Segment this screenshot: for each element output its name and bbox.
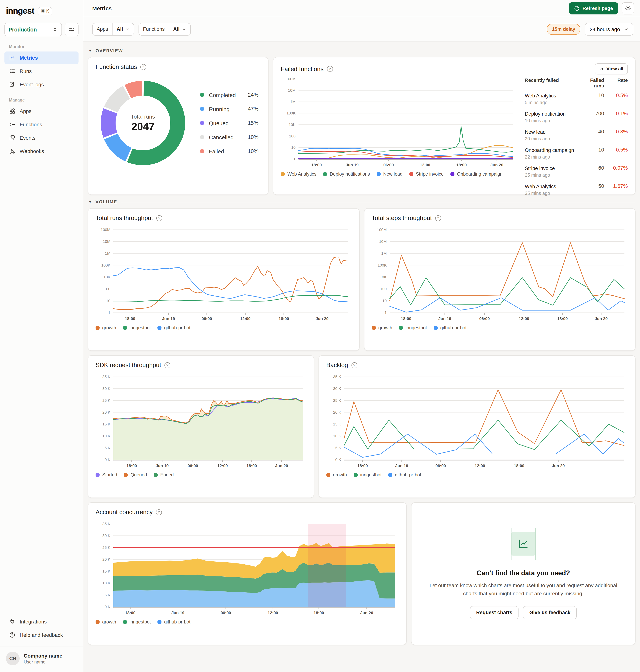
sidebar-item-label: Functions: [20, 121, 42, 127]
help-icon[interactable]: ?: [156, 215, 162, 221]
svg-text:18:00: 18:00: [127, 463, 137, 468]
help-icon[interactable]: ?: [140, 64, 146, 70]
svg-text:10: 10: [291, 145, 295, 149]
svg-text:18:00: 18:00: [557, 316, 567, 321]
feedback-card: Can’t find the data you need? Let our te…: [411, 502, 636, 645]
svg-text:1M: 1M: [290, 99, 295, 104]
function-status-donut: [100, 80, 186, 166]
time-range-value: 24 hours ago: [590, 26, 620, 32]
account-concurrency-chart: 0 K5 K10 K15 K20 K25 K30 K35 K18:00Jun 1…: [96, 521, 399, 616]
svg-text:18:00: 18:00: [456, 163, 467, 167]
chart-line-icon: [518, 539, 529, 549]
legend-dot: [323, 172, 327, 176]
svg-text:1: 1: [293, 157, 295, 161]
legend-label: inngestbot: [129, 619, 151, 625]
sidebar-item-webhooks[interactable]: Webhooks: [4, 145, 78, 157]
help-icon[interactable]: ?: [156, 509, 162, 515]
inngest-logo: inngest: [6, 6, 34, 16]
request-charts-button[interactable]: Request charts: [470, 606, 519, 619]
help-icon[interactable]: ?: [164, 362, 170, 368]
svg-text:1M: 1M: [105, 251, 111, 255]
sidebar-item-apps[interactable]: Apps: [4, 105, 78, 117]
legend-dot: [200, 149, 204, 153]
time-range-select[interactable]: 24 hours ago: [585, 23, 633, 35]
legend-item: Queued: [124, 472, 147, 477]
card-title: Total steps throughput: [372, 214, 432, 221]
functions-icon: [9, 121, 16, 128]
svg-text:15 K: 15 K: [102, 422, 111, 426]
view-all-button[interactable]: View all: [595, 63, 628, 74]
svg-text:06:00: 06:00: [479, 316, 490, 321]
legend-item: Ended: [154, 472, 174, 477]
svg-text:10M: 10M: [103, 239, 111, 244]
collapse-triangle-icon: ▼: [88, 200, 92, 204]
svg-text:Jun 19: Jun 19: [156, 463, 169, 468]
legend-dot: [434, 326, 438, 330]
svg-text:18:00: 18:00: [401, 316, 411, 321]
legend-label: Onboarding campaign: [457, 172, 503, 177]
account-menu[interactable]: CN Company name User name: [0, 646, 83, 672]
svg-text:1M: 1M: [381, 251, 387, 255]
apps-filter[interactable]: Apps All: [92, 23, 134, 35]
filter-bar: Apps All Functions All 15m delay 24 hour…: [83, 17, 640, 42]
functions-filter[interactable]: Functions All: [139, 23, 191, 35]
sidebar-item-help-and-feedback[interactable]: Help and feedback: [4, 629, 78, 641]
svg-text:10K: 10K: [380, 275, 387, 279]
failed-runs: 10: [580, 147, 604, 153]
legend-item: inngestbot: [353, 472, 381, 477]
command-k-shortcut[interactable]: ⌘ K: [38, 7, 52, 15]
workspace-select[interactable]: Production: [4, 23, 62, 36]
legend-label: growth: [102, 325, 116, 330]
help-icon[interactable]: ?: [351, 362, 357, 368]
help-circle-icon: [9, 632, 16, 638]
chevrons-up-down-icon: [52, 27, 58, 32]
sidebar-item-metrics[interactable]: Metrics: [4, 52, 78, 64]
svg-text:20 K: 20 K: [102, 557, 111, 561]
overview-section-header[interactable]: ▼ OVERVIEW: [88, 48, 635, 53]
help-icon[interactable]: ?: [327, 66, 333, 72]
svg-text:06:00: 06:00: [188, 463, 198, 468]
help-icon[interactable]: ?: [435, 215, 441, 221]
svg-text:0 K: 0 K: [335, 458, 341, 462]
refresh-page-button[interactable]: Refresh page: [569, 2, 618, 14]
sidebar-item-runs[interactable]: Runs: [4, 65, 78, 77]
failed-functions-card: Failed functions ? View all 11010010K100…: [273, 57, 636, 195]
legend-label: github-pr-bot: [164, 619, 190, 625]
svg-text:35 K: 35 K: [102, 374, 111, 379]
sidebar-item-integrations[interactable]: Integrations: [4, 615, 78, 628]
workspace-filter-button[interactable]: [65, 23, 78, 36]
sidebar-item-event-logs[interactable]: Event logs: [4, 78, 78, 91]
manage-section-label: Manage: [9, 98, 83, 102]
legend-label: growth: [378, 325, 392, 330]
failed-rate: 0.07%: [607, 165, 628, 171]
topbar: Metrics Refresh page: [83, 0, 640, 17]
overview-section-label: OVERVIEW: [96, 48, 123, 53]
svg-text:0 K: 0 K: [104, 458, 111, 462]
chevron-down-icon: [624, 27, 628, 31]
settings-button[interactable]: [622, 2, 634, 14]
sidebar-item-events[interactable]: Events: [4, 131, 78, 144]
legend-item: inngestbot: [399, 325, 427, 330]
monitor-section-label: Monitor: [9, 44, 83, 49]
sidebar-item-functions[interactable]: Functions: [4, 118, 78, 131]
give-feedback-button[interactable]: Give us feedback: [523, 606, 577, 619]
company-name: Company name: [24, 653, 62, 658]
legend-item: inngestbot: [123, 325, 151, 330]
legend-dot: [96, 326, 100, 330]
legend-label: Queued: [131, 472, 147, 477]
sidebar-item-label: Metrics: [20, 55, 38, 61]
legend-dot: [154, 473, 158, 477]
events-icon: [9, 134, 16, 141]
legend-dot: [326, 473, 330, 477]
svg-text:12:00: 12:00: [420, 163, 430, 167]
arrow-up-right-icon: [599, 67, 604, 71]
legend-dot: [399, 326, 403, 330]
legend-percent: 15%: [248, 120, 259, 126]
legend-label: Completed: [209, 92, 245, 98]
failed-runs: 50: [580, 183, 604, 189]
legend-label: Queued: [209, 120, 245, 126]
legend-label: New lead: [383, 172, 403, 177]
legend-dot: [450, 172, 454, 176]
legend-percent: 47%: [248, 106, 259, 112]
content: ▼ OVERVIEW Function status ? Total r: [83, 42, 640, 672]
